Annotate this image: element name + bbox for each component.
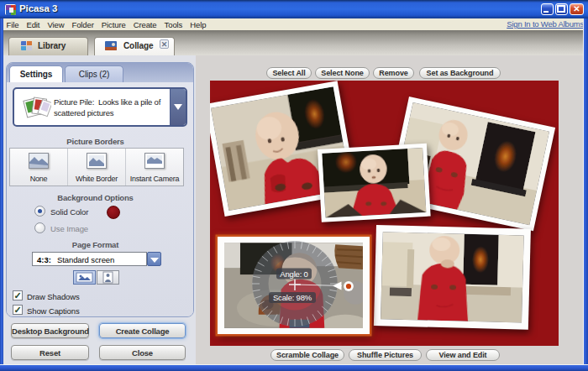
svg-text:Angle: 0: Angle: 0 [280, 269, 307, 279]
svg-text:Scale: 98%: Scale: 98% [273, 293, 312, 302]
